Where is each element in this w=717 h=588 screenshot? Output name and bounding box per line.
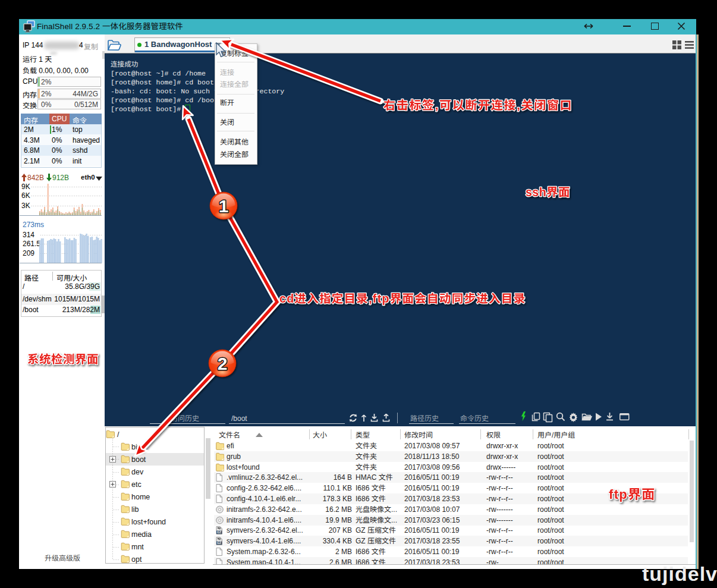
svg-text:2: 2 — [218, 354, 228, 373]
svg-text:cd进入指定目录,ftp界面会自动同步进入目录: cd进入指定目录,ftp界面会自动同步进入目录 — [279, 292, 526, 305]
svg-text:系统检测界面: 系统检测界面 — [27, 353, 99, 366]
svg-text:右击标签,可以断开连接,关闭窗口: 右击标签,可以断开连接,关闭窗口 — [383, 99, 573, 112]
svg-text:ftp界面: ftp界面 — [609, 487, 656, 502]
svg-text:1: 1 — [219, 196, 229, 216]
svg-text:ssh界面: ssh界面 — [526, 185, 570, 199]
